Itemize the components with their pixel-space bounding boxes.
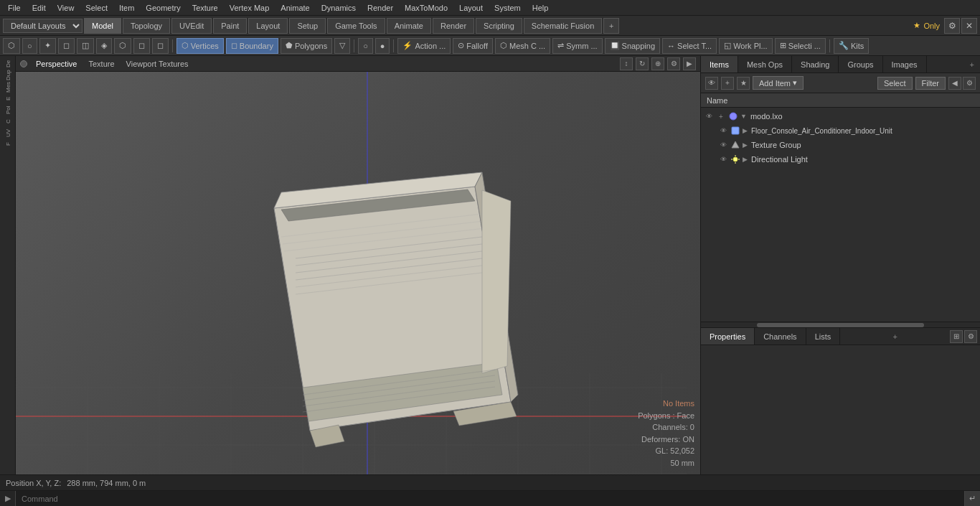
- menu-item[interactable]: Item: [114, 2, 139, 14]
- boundary-btn[interactable]: ◻ Boundary: [226, 38, 278, 54]
- selection-btn[interactable]: ⊞ Selecti ...: [775, 38, 826, 54]
- menu-system[interactable]: System: [489, 2, 526, 14]
- dot-btn[interactable]: ●: [375, 38, 390, 54]
- symmetry-btn[interactable]: ⇌ Symm ...: [552, 38, 602, 54]
- menu-layout[interactable]: Layout: [454, 2, 488, 14]
- rpanel-tab-items[interactable]: Items: [701, 56, 738, 72]
- sidebar-item-de[interactable]: De: [1, 59, 14, 69]
- falloff-btn[interactable]: ⊙ Falloff: [453, 38, 493, 54]
- menu-select[interactable]: Select: [80, 2, 113, 14]
- tab-gametools[interactable]: Game Tools: [327, 18, 385, 34]
- rpanel-tab-groups[interactable]: Groups: [839, 56, 882, 72]
- vp-play-btn[interactable]: ▶: [683, 57, 696, 70]
- item-expand-2[interactable]: ▶: [743, 141, 748, 149]
- sidebar-item-dup[interactable]: Dup: [1, 70, 14, 80]
- sidebar-item-f[interactable]: F: [1, 139, 14, 149]
- tab-layout[interactable]: Layout: [248, 18, 288, 34]
- vp-tab-texture[interactable]: Texture: [85, 58, 117, 70]
- menu-dynamics[interactable]: Dynamics: [316, 2, 361, 14]
- rbot-expand-btn[interactable]: ⊞: [950, 330, 963, 343]
- rbot-gear-btn[interactable]: ⚙: [964, 330, 977, 343]
- rbot-tab-lists[interactable]: Lists: [806, 328, 841, 345]
- tab-plus[interactable]: +: [603, 18, 619, 34]
- tab-scripting[interactable]: Scripting: [476, 18, 522, 34]
- vp-settings-btn[interactable]: ⚙: [667, 57, 680, 70]
- item-expand-1[interactable]: ▶: [743, 127, 748, 134]
- tab-setup[interactable]: Setup: [289, 18, 326, 34]
- tab-model[interactable]: Model: [84, 18, 121, 34]
- polygons-btn[interactable]: ⬟ Polygons: [281, 38, 332, 54]
- rpanel-eye-btn[interactable]: 👁: [705, 77, 718, 90]
- tool-icon7[interactable]: ⬡: [114, 38, 131, 54]
- item-expand-3[interactable]: ▶: [743, 156, 748, 163]
- rpanel-tab-plus[interactable]: +: [964, 60, 980, 69]
- rbot-tab-properties[interactable]: Properties: [701, 328, 755, 345]
- tab-uvedit[interactable]: UVEdit: [171, 18, 212, 34]
- sidebar-item-e[interactable]: E: [1, 93, 14, 103]
- rpanel-gear-btn[interactable]: ⚙: [963, 77, 976, 90]
- vp-rotate-btn[interactable]: ↻: [636, 57, 649, 70]
- circle-btn[interactable]: ○: [358, 38, 373, 54]
- item-eye-0[interactable]: 👁: [704, 111, 714, 121]
- vertices-btn[interactable]: ⬡ Vertices: [176, 38, 224, 54]
- cmd-arrow[interactable]: ▶: [0, 491, 16, 507]
- sidebar-item-c[interactable]: C: [1, 116, 14, 126]
- vp-tab-perspective[interactable]: Perspective: [33, 58, 80, 70]
- vp-zoom-btn[interactable]: ⊕: [651, 57, 664, 70]
- item-eye-3[interactable]: 👁: [718, 154, 728, 164]
- tool-icon4[interactable]: ◻: [58, 38, 75, 54]
- item-add-0[interactable]: +: [716, 111, 726, 121]
- menu-view[interactable]: View: [52, 2, 80, 14]
- layout-dropdown[interactable]: Default Layouts: [3, 19, 83, 33]
- tool-icon6[interactable]: ◈: [96, 38, 112, 54]
- kits-btn[interactable]: 🔧 Kits: [834, 38, 869, 54]
- vp-tab-viewporttex[interactable]: Viewport Textures: [123, 58, 192, 70]
- item-eye-2[interactable]: 👁: [718, 140, 728, 150]
- rpanel-star-btn[interactable]: ★: [737, 77, 750, 90]
- tool-icon2[interactable]: ○: [22, 38, 37, 54]
- menu-geometry[interactable]: Geometry: [141, 2, 185, 14]
- command-input[interactable]: [16, 491, 964, 506]
- select-transform-btn[interactable]: ↔ Select T...: [662, 38, 717, 54]
- item-eye-1[interactable]: 👁: [718, 126, 728, 136]
- menu-texture[interactable]: Texture: [187, 2, 223, 14]
- tool-icon1[interactable]: ⬡: [3, 38, 20, 54]
- sidebar-item-mes[interactable]: Mes: [1, 82, 14, 92]
- tab-render[interactable]: Render: [433, 18, 474, 34]
- rpanel-tab-shading[interactable]: Shading: [792, 56, 839, 72]
- viewport-canvas[interactable]: X Y Z No Items Polygons : Face Channels:…: [16, 72, 700, 474]
- rpanel-add-icon[interactable]: +: [721, 77, 734, 90]
- snapping-btn[interactable]: 🔲 Snapping: [605, 38, 661, 54]
- mesh-constraint-btn[interactable]: ⬡ Mesh C ...: [495, 38, 550, 54]
- menu-render[interactable]: Render: [362, 2, 398, 14]
- items-scrollbar-h[interactable]: [701, 322, 980, 327]
- rbot-plus[interactable]: +: [887, 332, 903, 341]
- menu-edit[interactable]: Edit: [27, 2, 51, 14]
- sidebar-item-pol[interactable]: Pol: [1, 105, 14, 115]
- tool-icon8[interactable]: ◻: [133, 38, 150, 54]
- close-icon[interactable]: ✕: [961, 18, 977, 34]
- action-btn[interactable]: ⚡ Action ...: [397, 38, 451, 54]
- add-item-button[interactable]: Add Item ▾: [753, 76, 804, 90]
- menu-animate[interactable]: Animate: [275, 2, 314, 14]
- cmd-exec-btn[interactable]: ↵: [964, 491, 980, 507]
- tab-animate[interactable]: Animate: [387, 18, 431, 34]
- item-expand-0[interactable]: ▼: [740, 113, 747, 120]
- rpanel-collapse-btn[interactable]: ◀: [948, 77, 961, 90]
- item-row-1[interactable]: 👁 ▶ Floor_Console_Air_Conditioner_Indoor…: [701, 123, 980, 138]
- select-button[interactable]: Select: [877, 77, 913, 90]
- rpanel-tab-images[interactable]: Images: [883, 56, 927, 72]
- item-row-0[interactable]: 👁 + ▼ modo.lxo: [701, 109, 980, 123]
- tab-schematic[interactable]: Schematic Fusion: [524, 18, 602, 34]
- settings-icon[interactable]: ⚙: [944, 18, 960, 34]
- tool-icon3[interactable]: ✦: [39, 38, 56, 54]
- tool-icon5[interactable]: ◫: [77, 38, 94, 54]
- item-row-2[interactable]: 👁 ▶ Texture Group: [701, 138, 980, 152]
- tool-icon9[interactable]: ◻: [152, 38, 169, 54]
- rbot-tab-channels[interactable]: Channels: [755, 328, 806, 345]
- rpanel-tab-meshops[interactable]: Mesh Ops: [738, 56, 792, 72]
- item-row-3[interactable]: 👁 ▶ Directional Light: [701, 152, 980, 167]
- sidebar-item-uv[interactable]: UV: [1, 128, 14, 138]
- menu-help[interactable]: Help: [527, 2, 554, 14]
- filter-button[interactable]: Filter: [915, 77, 946, 90]
